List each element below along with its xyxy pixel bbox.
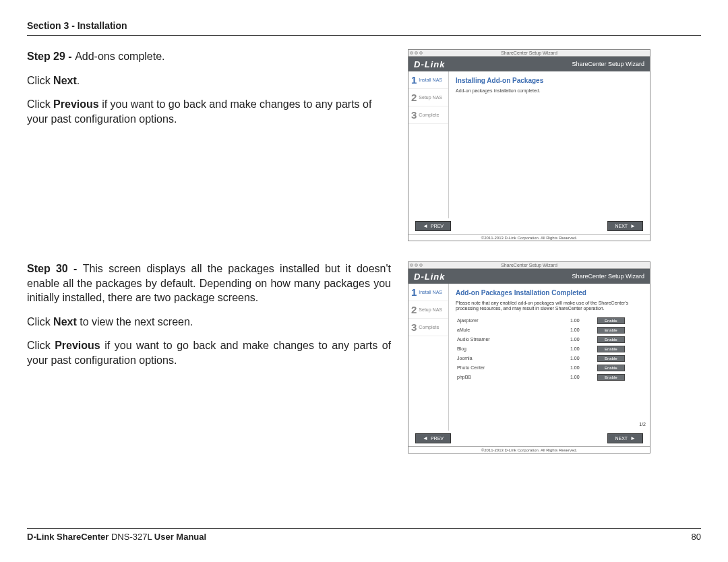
wizard-steps: 1Install NAS 2Setup NAS 3Complete — [408, 284, 449, 431]
brand-bar: D-Link ShareCenter Setup Wizard — [408, 57, 650, 71]
pkg-version: 1.00 — [569, 373, 596, 382]
wizard-main: Installing Add-on Packages Add-on packag… — [449, 71, 650, 218]
next-button[interactable]: NEXT► — [607, 433, 643, 443]
footer-model: DNS-327L — [111, 532, 154, 542]
table-row: Ajaxplorer1.00Enable — [456, 316, 643, 325]
pkg-version: 1.00 — [569, 344, 596, 354]
brand-logo: D-Link — [414, 59, 445, 69]
arrow-right-icon: ► — [630, 223, 636, 229]
step30-block: Step 30 - This screen displays all the p… — [27, 261, 701, 454]
pkg-name: Audio Streamer — [456, 335, 569, 344]
page-footer: D-Link ShareCenter DNS-327L User Manual … — [27, 528, 701, 542]
enable-button[interactable]: Enable — [597, 336, 625, 343]
prev-button[interactable]: ◄PREV — [415, 221, 451, 231]
footer-doc: User Manual — [154, 532, 206, 542]
copyright: ©2011-2013 D-Link Corporation. All Right… — [408, 234, 650, 241]
pkg-version: 1.00 — [569, 316, 596, 325]
wizard-step-3[interactable]: 3Complete — [408, 106, 448, 124]
previous-ref: Previous — [55, 340, 100, 351]
step30-text: Step 30 - This screen displays all the p… — [27, 261, 391, 454]
prev-button[interactable]: ◄PREV — [415, 433, 451, 443]
wizard-step-1[interactable]: 1Install NAS — [408, 71, 448, 89]
wizard-step-2[interactable]: 2Setup NAS — [408, 89, 448, 106]
pkg-version: 1.00 — [569, 325, 596, 335]
copyright: ©2011-2013 D-Link Corporation. All Right… — [408, 446, 650, 454]
step29-label: Step 29 - — [27, 51, 75, 62]
next-ref: Next — [53, 75, 77, 86]
enable-button[interactable]: Enable — [597, 317, 625, 324]
enable-button[interactable]: Enable — [597, 346, 625, 352]
table-row: Photo Center1.00Enable — [456, 363, 643, 373]
enable-button[interactable]: Enable — [597, 365, 625, 371]
enable-button[interactable]: Enable — [597, 355, 625, 362]
wizard-heading: Installing Add-on Packages — [456, 77, 643, 84]
wizard-heading: Add-on Packages Installation Completed — [456, 289, 643, 296]
pkg-name: Blog — [456, 344, 569, 354]
txt: Click — [27, 340, 55, 351]
next-button[interactable]: NEXT► — [607, 221, 643, 231]
wizard-steps: 1Install NAS 2Setup NAS 3Complete — [408, 71, 449, 218]
pkg-name: Photo Center — [456, 363, 569, 373]
wizard-footer: ◄PREV NEXT► — [408, 431, 650, 446]
footer-brand: D-Link ShareCenter — [27, 532, 111, 542]
header-rule — [27, 35, 701, 36]
wizard-footer: ◄PREV NEXT► — [408, 218, 650, 234]
window-titlebar: ShareCenter Setup Wizard — [408, 50, 650, 57]
arrow-left-icon: ◄ — [423, 223, 428, 229]
arrow-right-icon: ► — [630, 435, 636, 441]
table-row: Joomla1.00Enable — [456, 354, 643, 363]
brand-bar: D-Link ShareCenter Setup Wizard — [408, 269, 650, 284]
section-header: Section 3 - Installation — [27, 20, 701, 31]
step30-label: Step 30 - — [27, 263, 83, 274]
pkg-name: Joomla — [456, 354, 569, 363]
pkg-name: aMule — [456, 325, 569, 335]
txt: . — [77, 75, 80, 86]
brand-logo: D-Link — [414, 272, 445, 282]
page-number: 80 — [692, 532, 701, 542]
pkg-version: 1.00 — [569, 335, 596, 344]
window-titlebar: ShareCenter Setup Wizard — [408, 262, 650, 269]
wizard-main: Add-on Packages Installation Completed P… — [449, 284, 650, 431]
previous-ref: Previous — [53, 98, 99, 110]
txt: to view the next screen. — [77, 316, 193, 327]
next-ref: Next — [53, 316, 77, 327]
window-title: ShareCenter Setup Wizard — [501, 51, 557, 55]
wizard-step-1[interactable]: 1Install NAS — [408, 284, 448, 301]
brand-subtitle: ShareCenter Setup Wizard — [572, 273, 644, 280]
packages-table: Ajaxplorer1.00EnableaMule1.00EnableAudio… — [456, 316, 643, 382]
wizard-message: Add-on packages installation completed. — [456, 88, 643, 93]
screenshot-1: ShareCenter Setup Wizard D-Link ShareCen… — [408, 49, 650, 241]
enable-button[interactable]: Enable — [597, 327, 625, 334]
step29-title: Add-ons complete. — [75, 51, 164, 62]
arrow-left-icon: ◄ — [423, 435, 428, 441]
wizard-note: Please note that any enabled add-on pack… — [456, 301, 643, 312]
screenshot-2: ShareCenter Setup Wizard D-Link ShareCen… — [408, 261, 650, 454]
pkg-name: Ajaxplorer — [456, 316, 569, 325]
table-row: phpBB1.00Enable — [456, 373, 643, 382]
page-fraction: 1/2 — [639, 422, 646, 427]
step29-block: Step 29 - Add-ons complete. Click Next. … — [27, 49, 701, 241]
brand-subtitle: ShareCenter Setup Wizard — [572, 61, 644, 67]
wizard-step-3[interactable]: 3Complete — [408, 319, 448, 336]
window-title: ShareCenter Setup Wizard — [501, 263, 557, 268]
pkg-version: 1.00 — [569, 363, 596, 373]
table-row: aMule1.00Enable — [456, 325, 643, 335]
table-row: Audio Streamer1.00Enable — [456, 335, 643, 344]
pkg-version: 1.00 — [569, 354, 596, 363]
enable-button[interactable]: Enable — [597, 374, 625, 381]
wizard-step-2[interactable]: 2Setup NAS — [408, 301, 448, 319]
step29-text: Step 29 - Add-ons complete. Click Next. … — [27, 49, 391, 241]
table-row: Blog1.00Enable — [456, 344, 643, 354]
pkg-name: phpBB — [456, 373, 569, 382]
txt: Click — [27, 75, 53, 86]
txt: Click — [27, 98, 53, 110]
txt: Click — [27, 316, 53, 327]
